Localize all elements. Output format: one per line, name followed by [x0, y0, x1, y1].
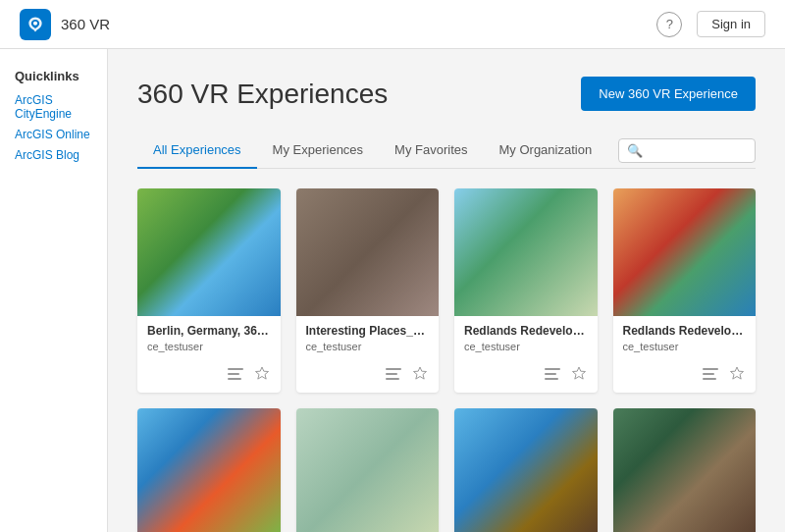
card-favorite-button[interactable]: [728, 364, 746, 385]
app-header: 360 VR ? Sign in: [0, 0, 785, 49]
card-user: ce_testuser: [623, 341, 747, 352]
page-header: 360 VR Experiences New 360 VR Experience: [137, 77, 756, 111]
tab-my-experiences[interactable]: My Experiences: [257, 133, 379, 169]
card-redlands2[interactable]: Redlands Redevelopment ce_testuser: [613, 188, 757, 393]
svg-rect-15: [703, 378, 716, 380]
card-favorite-button[interactable]: [411, 364, 429, 385]
sidebar-link-online[interactable]: ArcGIS Online: [15, 128, 92, 141]
svg-rect-10: [545, 373, 556, 375]
card-title: Redlands Redevelopment: [623, 324, 747, 338]
help-button[interactable]: ?: [656, 12, 682, 37]
card-redlands1[interactable]: Redlands Redevelopment ... ce_testuser: [454, 188, 598, 393]
svg-rect-6: [386, 373, 397, 375]
card-body: Berlin, Germany, 360 VR E... ce_testuser: [137, 316, 281, 364]
svg-rect-11: [545, 378, 558, 380]
card-body: Redlands Redevelopment ... ce_testuser: [454, 316, 598, 364]
svg-point-0: [33, 21, 37, 25]
sidebar: Quicklinks ArcGIS CityEngine ArcGIS Onli…: [0, 49, 108, 532]
tab-my-organization[interactable]: My Organization: [484, 133, 608, 169]
card-actions: [613, 364, 757, 393]
main-content: 360 VR Experiences New 360 VR Experience…: [108, 49, 785, 532]
svg-rect-9: [545, 368, 560, 370]
card-title: Interesting Places_360VR.js: [306, 324, 430, 338]
card-title: Redlands Redevelopment ...: [464, 324, 588, 338]
tab-all-experiences[interactable]: All Experiences: [137, 133, 257, 169]
page-title: 360 VR Experiences: [137, 79, 388, 110]
card-favorite-button[interactable]: [253, 364, 271, 385]
app-title: 360 VR: [61, 16, 110, 32]
app-logo: [20, 9, 51, 40]
sidebar-title: Quicklinks: [15, 69, 92, 83]
card-image: [454, 188, 598, 316]
header-left: 360 VR: [20, 9, 110, 40]
cards-grid: Berlin, Germany, 360 VR E... ce_testuser: [137, 188, 756, 532]
svg-rect-5: [386, 368, 401, 370]
card-skybridge[interactable]: 360VR Example Skybridge... ce_testuser: [454, 408, 598, 532]
tab-list: All Experiences My Experiences My Favori…: [137, 133, 607, 168]
card-details-button[interactable]: [226, 365, 245, 385]
tab-my-favorites[interactable]: My Favorites: [379, 133, 483, 169]
sidebar-link-blog[interactable]: ArcGIS Blog: [15, 148, 92, 162]
card-actions: [296, 364, 440, 393]
card-image: [296, 408, 440, 532]
header-right: ? Sign in: [656, 11, 765, 37]
card-image: [613, 188, 757, 316]
svg-rect-14: [703, 373, 714, 375]
card-medieval[interactable]: Medieval_City_VR ce_testuser: [613, 408, 757, 532]
svg-rect-7: [386, 378, 399, 380]
svg-rect-13: [703, 368, 718, 370]
svg-rect-1: [228, 368, 243, 370]
card-image: [613, 408, 757, 532]
signin-button[interactable]: Sign in: [697, 11, 765, 37]
svg-marker-16: [731, 367, 744, 379]
card-image: [137, 408, 281, 532]
svg-marker-4: [255, 367, 268, 379]
page-layout: Quicklinks ArcGIS CityEngine ArcGIS Onli…: [0, 49, 785, 532]
svg-marker-8: [414, 367, 427, 379]
card-interesting[interactable]: Interesting Places_360VR.js ce_testuser: [296, 188, 440, 393]
card-favorite-button[interactable]: [570, 364, 588, 385]
card-details-button[interactable]: [384, 365, 403, 385]
card-user: ce_testuser: [464, 341, 588, 352]
card-body: Redlands Redevelopment ce_testuser: [613, 316, 757, 364]
card-actions: [454, 364, 598, 393]
search-icon: 🔍: [627, 143, 643, 158]
card-berlin[interactable]: Berlin, Germany, 360 VR E... ce_testuser: [137, 188, 281, 393]
card-winterthur[interactable]: Winterthur_Lokstadt_v1 c... ce_testuser: [296, 408, 440, 532]
svg-rect-2: [228, 373, 239, 375]
new-experience-button[interactable]: New 360 VR Experience: [581, 77, 756, 111]
svg-rect-3: [228, 378, 241, 380]
card-image: [137, 188, 281, 316]
card-actions: [137, 364, 281, 393]
card-user: ce_testuser: [306, 341, 430, 352]
card-image: [296, 188, 440, 316]
svg-marker-12: [572, 367, 585, 379]
search-input[interactable]: [649, 143, 747, 158]
tabs-row: All Experiences My Experiences My Favori…: [137, 133, 756, 169]
search-box: 🔍: [618, 138, 756, 163]
card-details-button[interactable]: [701, 365, 720, 385]
card-body: Interesting Places_360VR.js ce_testuser: [296, 316, 440, 364]
card-title: Berlin, Germany, 360 VR E...: [147, 324, 271, 338]
card-image: [454, 408, 598, 532]
card-gebiet[interactable]: Gebietsentwicklung_Man... ce_testuser: [137, 408, 281, 532]
card-user: ce_testuser: [147, 341, 271, 352]
sidebar-link-cityengine[interactable]: ArcGIS CityEngine: [15, 93, 92, 121]
card-details-button[interactable]: [543, 365, 562, 385]
